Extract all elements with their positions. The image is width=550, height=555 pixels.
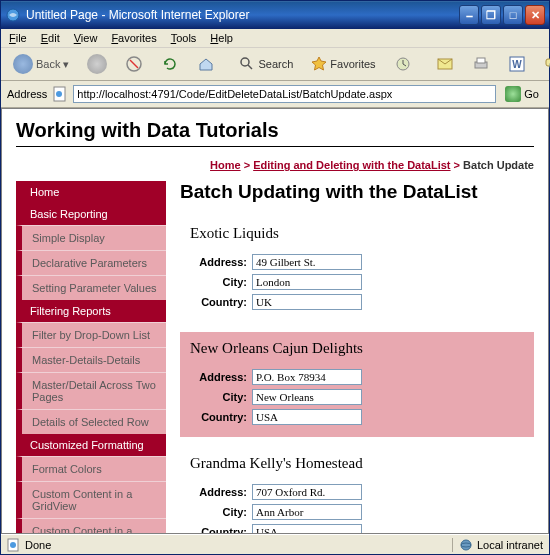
sidebar-item[interactable]: Custom Content in a DetailsView (16, 518, 166, 534)
restore-button[interactable]: ❐ (481, 5, 501, 25)
site-title: Working with Data Tutorials (16, 119, 534, 147)
svg-rect-8 (477, 58, 485, 63)
supplier-block: Exotic LiquidsAddress:City:Country: (180, 217, 534, 322)
menu-favorites[interactable]: Favorites (111, 32, 156, 44)
main-content: Batch Updating with the DataList Exotic … (180, 181, 534, 534)
country-input[interactable] (252, 524, 362, 534)
country-label: Country: (190, 526, 252, 534)
zone-icon (459, 538, 473, 552)
page-heading: Batch Updating with the DataList (180, 181, 534, 203)
sidebar-item[interactable]: Master/Detail Across Two Pages (16, 372, 166, 409)
edit-button[interactable]: W (502, 53, 532, 75)
svg-point-3 (241, 58, 249, 66)
sidebar-item[interactable]: Simple Display (16, 225, 166, 250)
home-icon (197, 55, 215, 73)
address-input[interactable] (252, 484, 362, 500)
sidebar-item[interactable]: Setting Parameter Values (16, 275, 166, 300)
stop-button[interactable] (119, 53, 149, 75)
sidebar-item[interactable]: Declarative Parameters (16, 250, 166, 275)
minimize-button[interactable]: ‒ (459, 5, 479, 25)
page-icon (52, 86, 68, 102)
search-button[interactable]: Search (233, 54, 299, 74)
sidebar: HomeBasic ReportingSimple DisplayDeclara… (16, 181, 166, 534)
supplier-block: New Orleans Cajun DelightsAddress:City:C… (180, 332, 534, 437)
sidebar-item[interactable]: Custom Content in a GridView (16, 481, 166, 518)
address-input[interactable] (252, 369, 362, 385)
sidebar-header[interactable]: Basic Reporting (16, 203, 166, 225)
favorites-button[interactable]: Favorites (305, 54, 381, 74)
forward-button[interactable] (81, 52, 113, 76)
back-button[interactable]: Back ▾ (7, 52, 75, 76)
window-controls: ‒ ❐ □ ✕ (459, 5, 545, 25)
titlebar: Untitled Page - Microsoft Internet Explo… (1, 1, 549, 29)
country-label: Country: (190, 296, 252, 308)
page-content[interactable]: Working with Data Tutorials Home > Editi… (1, 108, 549, 534)
window-title: Untitled Page - Microsoft Internet Explo… (26, 8, 249, 22)
mail-button[interactable] (430, 53, 460, 75)
address-input[interactable] (73, 85, 496, 103)
close-button[interactable]: ✕ (525, 5, 545, 25)
breadcrumb-section[interactable]: Editing and Deleting with the DataList (253, 159, 450, 171)
word-icon: W (508, 55, 526, 73)
svg-text:W: W (512, 59, 522, 70)
country-input[interactable] (252, 294, 362, 310)
print-button[interactable] (466, 53, 496, 75)
history-icon (394, 55, 412, 73)
city-label: City: (190, 506, 252, 518)
home-button[interactable] (191, 53, 221, 75)
discuss-button[interactable] (538, 53, 550, 75)
menubar: File Edit View Favorites Tools Help (1, 29, 549, 48)
go-icon (505, 86, 521, 102)
sidebar-header[interactable]: Customized Formatting (16, 434, 166, 456)
city-input[interactable] (252, 389, 362, 405)
sidebar-item[interactable]: Filter by Drop-Down List (16, 322, 166, 347)
forward-icon (87, 54, 107, 74)
menu-file[interactable]: File (9, 32, 27, 44)
sidebar-item[interactable]: Master-Details-Details (16, 347, 166, 372)
city-input[interactable] (252, 274, 362, 290)
address-label: Address: (190, 256, 252, 268)
breadcrumb-current: Batch Update (463, 159, 534, 171)
supplier-name: Exotic Liquids (190, 225, 524, 242)
city-input[interactable] (252, 504, 362, 520)
stop-icon (125, 55, 143, 73)
sidebar-item[interactable]: Details of Selected Row (16, 409, 166, 434)
address-label: Address (7, 88, 47, 100)
sidebar-header[interactable]: Filtering Reports (16, 300, 166, 322)
back-icon (13, 54, 33, 74)
city-label: City: (190, 391, 252, 403)
sidebar-item[interactable]: Format Colors (16, 456, 166, 481)
browser-window: Untitled Page - Microsoft Internet Explo… (0, 0, 550, 555)
ie-icon (5, 7, 21, 23)
menu-help[interactable]: Help (210, 32, 233, 44)
svg-point-18 (461, 540, 471, 550)
supplier-name: Grandma Kelly's Homestead (190, 455, 524, 472)
status-zone: Local intranet (477, 539, 543, 551)
address-input[interactable] (252, 254, 362, 270)
status-bar: Done Local intranet (1, 534, 549, 554)
discuss-icon (544, 55, 550, 73)
address-label: Address: (190, 371, 252, 383)
mail-icon (436, 55, 454, 73)
menu-edit[interactable]: Edit (41, 32, 60, 44)
menu-view[interactable]: View (74, 32, 98, 44)
toolbar: Back ▾ Search Favorites W (1, 48, 549, 81)
history-button[interactable] (388, 53, 418, 75)
refresh-button[interactable] (155, 53, 185, 75)
maximize-button[interactable]: □ (503, 5, 523, 25)
country-label: Country: (190, 411, 252, 423)
breadcrumb-home[interactable]: Home (210, 159, 241, 171)
menu-tools[interactable]: Tools (171, 32, 197, 44)
supplier-block: Grandma Kelly's HomesteadAddress:City:Co… (180, 447, 534, 534)
supplier-name: New Orleans Cajun Delights (190, 340, 524, 357)
sidebar-header[interactable]: Home (16, 181, 166, 203)
done-icon (7, 538, 21, 552)
go-button[interactable]: Go (501, 84, 543, 104)
star-icon (311, 56, 327, 72)
svg-line-2 (130, 60, 138, 68)
country-input[interactable] (252, 409, 362, 425)
address-bar: Address Go (1, 81, 549, 108)
status-done: Done (25, 539, 51, 551)
breadcrumb: Home > Editing and Deleting with the Dat… (2, 155, 548, 171)
search-icon (239, 56, 255, 72)
